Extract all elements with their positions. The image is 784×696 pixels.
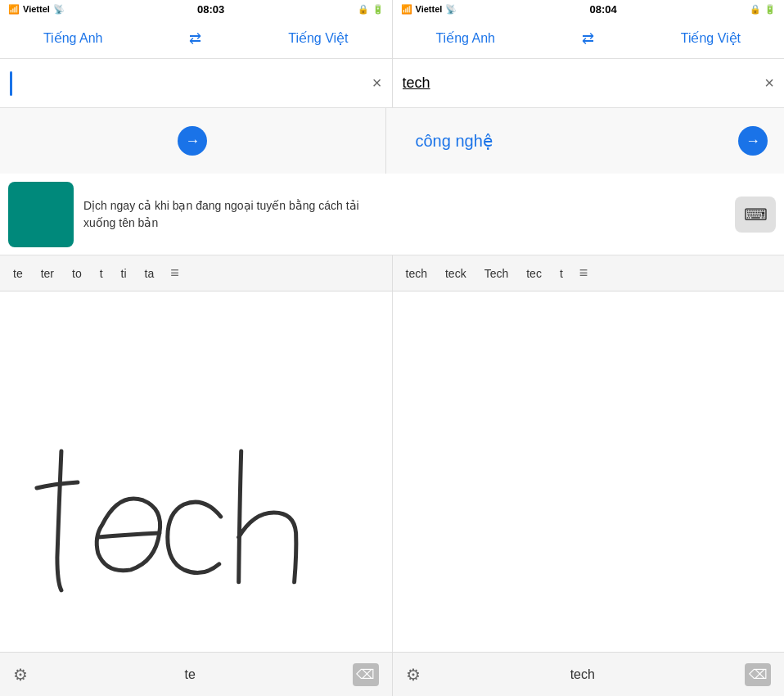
current-word-left: te — [185, 667, 196, 682]
delete-button-left[interactable]: ⌫ — [353, 663, 379, 686]
handwriting-svg-left — [0, 292, 392, 652]
suggestion-ta[interactable]: ta — [137, 264, 163, 283]
suggestion-ti[interactable]: ti — [113, 264, 135, 283]
input-area-right: × — [393, 59, 785, 107]
signal-icon-right: 📶 — [401, 4, 412, 15]
carrier-left: Viettel — [23, 4, 50, 14]
status-bar-left: 📶 Viettel 📡 08:03 🔒 🔋 — [0, 0, 392, 18]
suggestion-t[interactable]: t — [92, 264, 111, 283]
lang-bar-right: Tiếng Anh ⇄ Tiếng Việt — [393, 18, 785, 58]
source-lang-right[interactable]: Tiếng Anh — [435, 30, 495, 46]
offline-right: ⌨ — [392, 174, 784, 255]
status-right-carrier: 📶 Viettel 📡 — [401, 4, 457, 15]
translate-button-left[interactable]: → — [178, 126, 207, 156]
handwriting-section — [0, 292, 784, 652]
translation-area-right: công nghệ → — [386, 108, 785, 174]
settings-button-left[interactable]: ⚙ — [13, 665, 28, 685]
bottom-bars: ⚙ te ⌫ ⚙ tech ⌫ — [0, 652, 784, 696]
expand-suggestions-right[interactable]: ≡ — [573, 261, 595, 285]
handwriting-canvas-right[interactable] — [393, 292, 785, 652]
keyboard-icon: ⌨ — [744, 205, 768, 224]
suggestion-Tech[interactable]: Tech — [476, 264, 517, 283]
cursor-left — [10, 71, 12, 96]
suggestion-t2[interactable]: t — [552, 264, 571, 283]
input-rows: × × — [0, 59, 784, 108]
lang-bar-left: Tiếng Anh ⇄ Tiếng Việt — [0, 18, 392, 58]
offline-content-left: Dịch ngay cả khi bạn đang ngoại tuyến bằ… — [0, 174, 392, 255]
battery-icon-left: 🔋 — [372, 4, 384, 15]
suggestion-teck[interactable]: teck — [437, 264, 475, 283]
carrier-right: Viettel — [416, 4, 443, 14]
input-area-left: × — [0, 59, 392, 107]
translation-result: công nghệ — [416, 131, 493, 151]
offline-thumbnail — [8, 182, 74, 247]
handwriting-canvas-left[interactable] — [0, 292, 392, 652]
delete-icon-right: ⌫ — [749, 667, 768, 682]
time-right: 08:04 — [590, 3, 617, 16]
target-lang-right[interactable]: Tiếng Việt — [681, 30, 741, 46]
suggestion-bar-left: te ter to t ti ta ≡ — [0, 255, 392, 291]
translation-area-left: → — [0, 108, 385, 174]
expand-suggestions-left[interactable]: ≡ — [164, 261, 186, 285]
suggestion-to[interactable]: to — [64, 264, 90, 283]
offline-banner: Dịch ngay cả khi bạn đang ngoại tuyến bằ… — [0, 174, 784, 255]
keyboard-toggle-button[interactable]: ⌨ — [735, 197, 776, 233]
time-left: 08:03 — [197, 3, 224, 16]
lock-icon-left: 🔒 — [358, 4, 369, 15]
current-word-right: tech — [570, 667, 595, 682]
suggestion-ter[interactable]: ter — [33, 264, 62, 283]
lock-icon-right: 🔒 — [750, 4, 761, 15]
handwriting-panel-left[interactable] — [0, 292, 393, 652]
status-right-info-right: 🔒 🔋 — [750, 4, 776, 15]
status-left-info: 📶 Viettel 📡 — [8, 4, 65, 15]
clear-button-left[interactable]: × — [372, 74, 382, 93]
suggestion-te[interactable]: te — [5, 264, 31, 283]
battery-icon-right: 🔋 — [764, 4, 776, 15]
wifi-icon-right: 📡 — [445, 4, 457, 15]
signal-icon: 📶 — [8, 4, 20, 15]
bottom-bar-right: ⚙ tech ⌫ — [393, 653, 785, 696]
clear-button-right[interactable]: × — [764, 74, 774, 93]
delete-icon-left: ⌫ — [356, 667, 375, 682]
language-bars: Tiếng Anh ⇄ Tiếng Việt Tiếng Anh ⇄ Tiếng… — [0, 18, 784, 59]
settings-button-right[interactable]: ⚙ — [406, 665, 421, 685]
suggestion-tec[interactable]: tec — [518, 264, 550, 283]
wifi-icon-left: 📡 — [53, 4, 65, 15]
translate-button-right[interactable]: → — [738, 126, 768, 156]
offline-description: Dịch ngay cả khi bạn đang ngoại tuyến bằ… — [83, 197, 384, 232]
swap-icon-right[interactable]: ⇄ — [582, 29, 594, 47]
status-bars: 📶 Viettel 📡 08:03 🔒 🔋 📶 Viettel 📡 08:04 … — [0, 0, 784, 18]
source-input-right[interactable] — [403, 75, 759, 92]
status-right-info-left: 🔒 🔋 — [358, 4, 384, 15]
source-input-left[interactable] — [19, 75, 366, 92]
target-lang-left[interactable]: Tiếng Việt — [288, 30, 348, 46]
source-lang-left[interactable]: Tiếng Anh — [43, 30, 103, 46]
delete-button-right[interactable]: ⌫ — [745, 663, 771, 686]
swap-icon-left[interactable]: ⇄ — [189, 29, 201, 47]
suggestion-bars: te ter to t ti ta ≡ tech teck Tech tec t… — [0, 255, 784, 292]
bottom-bar-left: ⚙ te ⌫ — [0, 653, 392, 696]
translation-rows: → công nghệ → — [0, 108, 784, 174]
handwriting-panel-right[interactable] — [393, 292, 785, 652]
suggestion-tech[interactable]: tech — [398, 264, 435, 283]
suggestion-bar-right: tech teck Tech tec t ≡ — [393, 255, 785, 291]
status-bar-right: 📶 Viettel 📡 08:04 🔒 🔋 — [393, 0, 785, 18]
